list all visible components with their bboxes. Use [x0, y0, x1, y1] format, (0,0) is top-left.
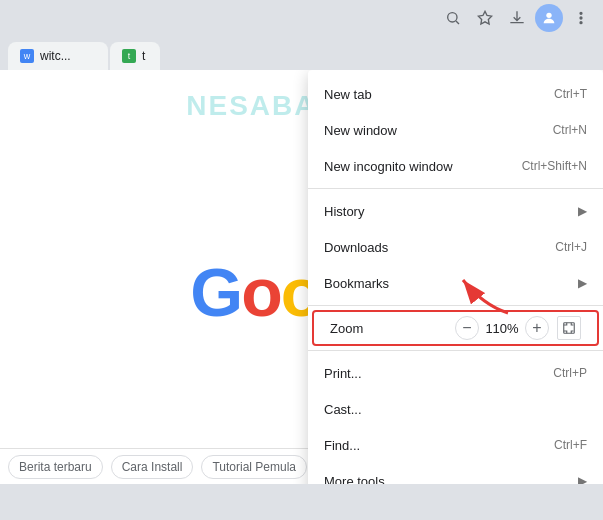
history-label: History [324, 204, 578, 219]
menu-icon[interactable] [567, 4, 595, 32]
zoom-value-display: 110% [483, 321, 521, 336]
tab1-label: witc... [40, 49, 71, 63]
tab1-favicon: w [20, 49, 34, 63]
google-o1: o [241, 253, 281, 331]
star-icon[interactable] [471, 4, 499, 32]
browser-window: w witc... t t NESABAMEDIA G o o g l e Be… [0, 0, 603, 520]
new-window-label: New window [324, 123, 553, 138]
divider-3 [308, 350, 603, 351]
downloads-shortcut: Ctrl+J [555, 240, 587, 254]
suggestion-2[interactable]: Cara Install [111, 455, 194, 479]
tab-2[interactable]: t t [110, 42, 160, 70]
history-arrow: ▶ [578, 204, 587, 218]
cast-label: Cast... [324, 402, 587, 417]
menu-item-more-tools[interactable]: More tools ▶ [308, 463, 603, 484]
red-arrow-annotation [443, 265, 513, 315]
suggestion-3[interactable]: Tutorial Pemula [201, 455, 307, 479]
menu-item-cast[interactable]: Cast... [308, 391, 603, 427]
more-tools-arrow: ▶ [578, 474, 587, 484]
svg-point-0 [448, 13, 457, 22]
find-label: Find... [324, 438, 554, 453]
bookmarks-arrow: ▶ [578, 276, 587, 290]
google-g: G [190, 253, 241, 331]
new-incognito-label: New incognito window [324, 159, 522, 174]
menu-item-history[interactable]: History ▶ [308, 193, 603, 229]
download-icon[interactable] [503, 4, 531, 32]
menu-item-new-tab[interactable]: New tab Ctrl+T [308, 76, 603, 112]
zoom-label: Zoom [330, 321, 451, 336]
svg-marker-2 [478, 11, 491, 24]
svg-point-6 [580, 22, 582, 24]
menu-item-find[interactable]: Find... Ctrl+F [308, 427, 603, 463]
new-tab-shortcut: Ctrl+T [554, 87, 587, 101]
menu-item-downloads[interactable]: Downloads Ctrl+J [308, 229, 603, 265]
new-incognito-shortcut: Ctrl+Shift+N [522, 159, 587, 173]
search-icon[interactable] [439, 4, 467, 32]
print-shortcut: Ctrl+P [553, 366, 587, 380]
tab-bar: w witc... t t [0, 36, 603, 70]
more-tools-label: More tools [324, 474, 578, 485]
menu-item-new-incognito[interactable]: New incognito window Ctrl+Shift+N [308, 148, 603, 184]
new-tab-label: New tab [324, 87, 554, 102]
menu-item-print[interactable]: Print... Ctrl+P [308, 355, 603, 391]
zoom-plus-button[interactable]: + [525, 316, 549, 340]
tab2-favicon: t [122, 49, 136, 63]
divider-1 [308, 188, 603, 189]
avatar-icon[interactable] [535, 4, 563, 32]
print-label: Print... [324, 366, 553, 381]
menu-item-new-window[interactable]: New window Ctrl+N [308, 112, 603, 148]
find-shortcut: Ctrl+F [554, 438, 587, 452]
suggestion-1[interactable]: Berita terbaru [8, 455, 103, 479]
svg-point-5 [580, 17, 582, 19]
zoom-minus-button[interactable]: − [455, 316, 479, 340]
zoom-expand-button[interactable] [557, 316, 581, 340]
svg-line-1 [456, 21, 459, 24]
svg-point-3 [546, 13, 551, 18]
page-content: NESABAMEDIA G o o g l e Berita terbaru C… [0, 70, 603, 484]
downloads-label: Downloads [324, 240, 555, 255]
top-icon-bar [0, 0, 603, 36]
new-window-shortcut: Ctrl+N [553, 123, 587, 137]
tab2-label: t [142, 49, 145, 63]
svg-rect-7 [564, 323, 575, 334]
svg-point-4 [580, 13, 582, 15]
zoom-control-row[interactable]: Zoom − 110% + [312, 310, 599, 346]
tab-1[interactable]: w witc... [8, 42, 108, 70]
